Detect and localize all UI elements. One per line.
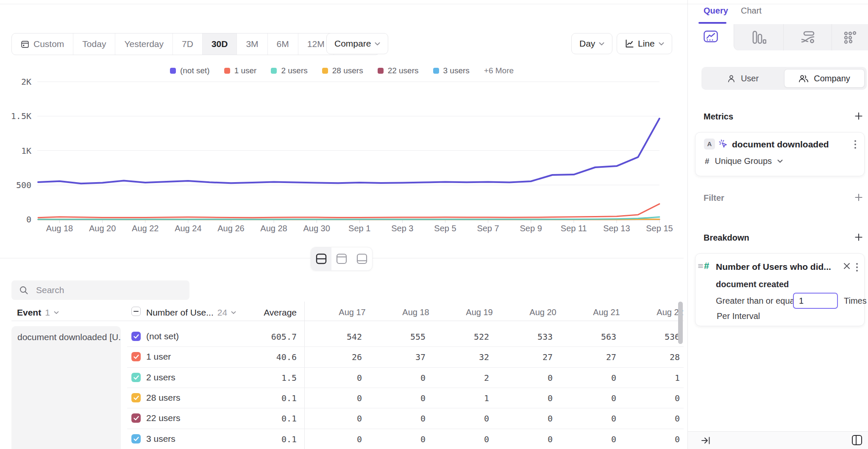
chart-type-flow-button[interactable] xyxy=(783,24,832,50)
entity-option-company[interactable]: Company xyxy=(784,69,865,88)
svg-text:1.5K: 1.5K xyxy=(11,111,31,121)
chart-svg[interactable]: 05001K1.5K2KAug 18Aug 20Aug 22Aug 24Aug … xyxy=(0,59,684,237)
table-cell: 555 xyxy=(384,326,448,346)
range-button-custom[interactable]: Custom xyxy=(12,33,73,55)
breakdown-property-name[interactable]: Number of Users who did... xyxy=(716,262,831,272)
svg-text:Sep 3: Sep 3 xyxy=(391,224,413,233)
table-cell: 0 xyxy=(320,367,384,388)
range-button-yesterday[interactable]: Yesterday xyxy=(115,33,173,55)
event-column-header[interactable]: Event 1 xyxy=(17,308,59,318)
chart-type-bar-button[interactable] xyxy=(734,24,783,50)
svg-text:Sep 1: Sep 1 xyxy=(348,224,370,233)
range-button-7d[interactable]: 7D xyxy=(173,33,203,55)
date-column-header[interactable]: Aug 21 xyxy=(575,302,638,317)
date-column-header[interactable]: Aug 17 xyxy=(320,302,384,317)
table-cell: 0 xyxy=(638,388,684,408)
table-row: 22 users0.1 xyxy=(127,408,305,428)
aggregation-label: Unique Groups xyxy=(715,156,772,166)
table-cell: 522 xyxy=(448,326,511,346)
split-view-button[interactable] xyxy=(311,247,331,270)
breakdown-menu-button[interactable] xyxy=(856,262,858,274)
dates-scroll-area[interactable]: Aug 17Aug 18Aug 19Aug 20Aug 21Aug 22 542… xyxy=(305,302,684,449)
event-header-label: Event xyxy=(17,308,41,318)
chevron-down-icon xyxy=(599,42,604,46)
series-column-header[interactable]: Number of Use... 24 xyxy=(146,308,236,318)
range-button-6m[interactable]: 6M xyxy=(268,33,298,55)
vertical-scrollbar[interactable] xyxy=(678,302,683,344)
row-checkbox[interactable] xyxy=(131,373,141,382)
metric-menu-button[interactable] xyxy=(854,139,857,151)
range-button-3m[interactable]: 3M xyxy=(237,33,267,55)
check-icon xyxy=(134,416,139,421)
search-input[interactable] xyxy=(11,280,189,300)
hash-icon: # xyxy=(705,157,709,166)
table-cell: 563 xyxy=(575,326,638,346)
drag-handle-icon[interactable] xyxy=(698,263,704,271)
select-all-checkbox[interactable] xyxy=(131,307,141,316)
chart-type-dropdown[interactable]: Line xyxy=(617,33,672,54)
tab-query[interactable]: Query xyxy=(704,6,728,16)
svg-text:Aug 26: Aug 26 xyxy=(217,224,244,233)
row-label: 28 users xyxy=(146,393,181,403)
row-checkbox[interactable] xyxy=(131,332,141,341)
chart-only-view-button[interactable] xyxy=(331,247,352,270)
date-column-header[interactable]: Aug 18 xyxy=(384,302,448,317)
event-name-cell[interactable]: document downloaded [U... xyxy=(11,326,121,449)
table-cell: 2 xyxy=(448,367,511,388)
line-chart-icon xyxy=(704,30,718,44)
breakdown-interval-label[interactable]: Per Interval xyxy=(717,311,760,321)
svg-text:Aug 18: Aug 18 xyxy=(46,224,73,233)
check-icon xyxy=(134,396,139,400)
table-cell: 0 xyxy=(384,388,448,408)
collapse-panel-button[interactable] xyxy=(701,435,711,447)
interval-dropdown[interactable]: Day xyxy=(571,33,612,54)
number-property-icon: # xyxy=(704,261,709,272)
add-metric-button[interactable] xyxy=(854,111,864,121)
table-cell: 0 xyxy=(320,388,384,408)
svg-text:Sep 7: Sep 7 xyxy=(477,224,499,233)
metric-aggregation[interactable]: # Unique Groups xyxy=(705,156,783,166)
row-checkbox[interactable] xyxy=(131,352,141,361)
close-icon[interactable] xyxy=(843,262,851,272)
chart-type-more-button[interactable] xyxy=(832,24,868,50)
table-only-view-button[interactable] xyxy=(352,247,372,270)
range-button-today[interactable]: Today xyxy=(73,33,115,55)
date-column-header[interactable]: Aug 19 xyxy=(448,302,511,317)
plus-icon xyxy=(854,193,863,202)
event-click-icon xyxy=(718,139,729,149)
toggle-sidebar-button[interactable] xyxy=(851,434,863,448)
average-column-header[interactable]: Average xyxy=(237,308,297,318)
table-value-row: 002001 xyxy=(320,367,684,388)
metric-card[interactable]: A document downloaded # Unique Groups xyxy=(695,132,865,176)
breakdown-event-name[interactable]: document created xyxy=(716,280,789,289)
row-checkbox[interactable] xyxy=(131,413,141,423)
table-cell: 0 xyxy=(448,408,511,428)
bar-chart-icon xyxy=(751,30,766,44)
entity-option-user[interactable]: User xyxy=(701,67,784,90)
svg-text:Sep 15: Sep 15 xyxy=(646,224,673,233)
row-checkbox[interactable] xyxy=(131,393,141,402)
chart-type-line-button[interactable] xyxy=(688,24,734,50)
compare-button[interactable]: Compare xyxy=(326,33,388,54)
search-icon xyxy=(19,285,28,295)
range-button-30d[interactable]: 30D xyxy=(203,33,237,55)
breakdown-card[interactable]: # Number of Users who did... document cr… xyxy=(695,253,865,326)
row-label: 1 user xyxy=(146,352,171,362)
table-cell: 0 xyxy=(511,388,575,408)
breakdown-condition-label[interactable]: Greater than or equal to xyxy=(716,296,806,306)
metric-event-name[interactable]: document downloaded xyxy=(732,139,829,150)
tab-chart[interactable]: Chart xyxy=(741,6,762,16)
add-breakdown-button[interactable] xyxy=(854,232,864,242)
panel-bottom-bar xyxy=(688,431,868,449)
table-cell: 1 xyxy=(448,388,511,408)
layout-toggle-group xyxy=(311,247,373,271)
add-filter-button[interactable] xyxy=(854,192,864,202)
row-average: 605.7 xyxy=(237,332,297,342)
breakdown-value-input[interactable] xyxy=(793,293,838,309)
check-icon xyxy=(134,375,139,380)
row-checkbox[interactable] xyxy=(131,434,141,443)
chart-type-label: Line xyxy=(638,39,655,49)
entity-company-label: Company xyxy=(814,74,850,83)
date-column-header[interactable]: Aug 22 xyxy=(638,302,684,317)
date-column-header[interactable]: Aug 20 xyxy=(511,302,575,317)
